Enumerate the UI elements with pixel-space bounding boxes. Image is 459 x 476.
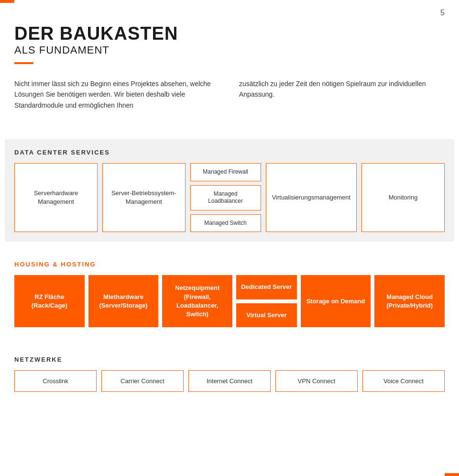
hosting-box-managed-cloud: Managed Cloud (Private/Hybrid) <box>374 275 445 327</box>
hosting-box-dedicated-virtual: Dedicated Server Virtual Server <box>236 275 297 327</box>
housing-hosting-section: HOUSING & HOSTING RZ Fläche (Rack/Cage) … <box>5 251 454 337</box>
title-underline <box>14 62 33 64</box>
bottom-accent <box>445 473 459 476</box>
hosting-grid: RZ Fläche (Rack/Cage) Miethardware (Serv… <box>14 275 445 327</box>
sub-title: ALS FUNDAMENT <box>14 44 445 56</box>
intro-left: Nicht immer lässt sich zu Beginn eines P… <box>14 78 220 111</box>
hosting-box-miethardware: Miethardware (Server/Storage) <box>88 275 159 327</box>
hosting-box-netzequipment: Netzequipment (Firewall, Loadbalancer, S… <box>162 275 232 327</box>
services-grid: Serverhardware Management Server-Betrieb… <box>14 163 445 232</box>
netzwerke-internet-connect: Internet Connect <box>188 370 271 392</box>
top-accent <box>0 0 14 3</box>
netzwerke-grid: Crosslink Carrier Connect Internet Conne… <box>14 370 445 392</box>
data-center-services: DATA CENTER SERVICES Serverhardware Mana… <box>5 139 454 242</box>
netzwerke-crosslink: Crosslink <box>14 370 97 392</box>
service-managed-switch: Managed Switch <box>190 214 261 232</box>
main-title: DER BAUKASTEN <box>14 24 445 44</box>
housing-title: HOUSING & HOSTING <box>14 261 445 268</box>
netzwerke-carrier-connect: Carrier Connect <box>101 370 184 392</box>
netzwerke-vpn-connect: VPN Connect <box>275 370 358 392</box>
page-number: 5 <box>440 9 445 17</box>
netzwerke-section: NETZWERKE Crosslink Carrier Connect Inte… <box>5 346 454 401</box>
hosting-box-storage: Storage on Demand <box>301 275 371 327</box>
hosting-virtual-server: Virtual Server <box>236 303 297 327</box>
header-section: DER BAUKASTEN ALS FUNDAMENT Nicht immer … <box>0 0 459 139</box>
service-box-network: Managed Firewall Managed Loadbalancer Ma… <box>190 163 261 232</box>
service-box-virtualisierung: Virtualisierungsmanagement <box>266 163 357 232</box>
title-block: DER BAUKASTEN ALS FUNDAMENT <box>14 24 445 64</box>
netzwerke-voice-connect: Voice Connect <box>362 370 445 392</box>
data-center-title: DATA CENTER SERVICES <box>14 149 445 156</box>
service-box-serverhardware: Serverhardware Management <box>14 163 98 232</box>
service-box-monitoring: Monitoring <box>361 163 445 232</box>
hosting-dedicated-server: Dedicated Server <box>236 275 297 299</box>
netzwerke-title: NETZWERKE <box>14 356 445 363</box>
service-box-betriebssystem: Server-Betriebssystem-Management <box>102 163 186 232</box>
service-managed-loadbalancer: Managed Loadbalancer <box>190 185 261 210</box>
hosting-box-rz: RZ Fläche (Rack/Cage) <box>14 275 85 327</box>
service-managed-firewall: Managed Firewall <box>190 163 261 181</box>
intro-text: Nicht immer lässt sich zu Beginn eines P… <box>14 78 445 111</box>
intro-right: zusätzlich zu jeder Zeit den nötigen Spi… <box>239 78 445 111</box>
